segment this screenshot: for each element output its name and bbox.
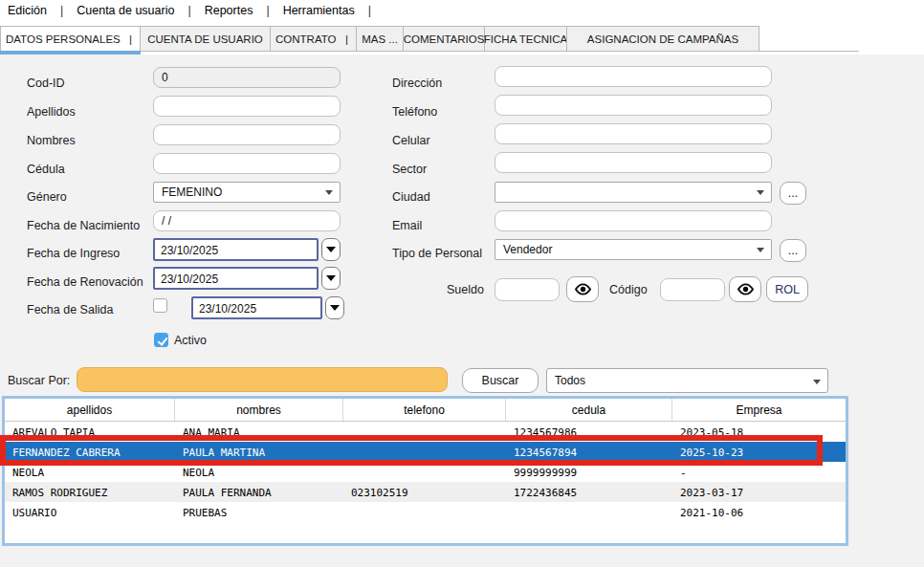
tab-mas[interactable]: MAS ...	[356, 26, 404, 52]
cell-telefono: 023102519	[343, 482, 506, 502]
tab-pipe: |	[129, 33, 132, 45]
tab-label: MAS ...	[362, 33, 398, 45]
cell-nombres: NEOLA	[175, 462, 343, 482]
fecha-salida-dropdown-button[interactable]	[325, 296, 344, 319]
fecha-nacimiento-label: Fecha de Nacimiento	[27, 219, 140, 232]
codigo-label: Código	[609, 283, 648, 296]
menu-divider: |	[266, 4, 269, 17]
cell-apellidos: USUARIO	[5, 502, 175, 522]
cell-apellidos: NEOLA	[5, 462, 175, 482]
tipo-de-personal-browse-button[interactable]: ...	[780, 239, 806, 262]
chevron-down-icon	[813, 380, 821, 384]
menu-cuenta-de-usuario[interactable]: Cuenta de usuario	[77, 4, 174, 17]
menu-divider: |	[187, 4, 190, 17]
table-row[interactable]: NEOLA NEOLA 9999999999 -	[5, 462, 846, 482]
table-row[interactable]: RAMOS RODRIGUEZ PAULA FERNANDA 023102519…	[5, 482, 846, 502]
menu-reportes[interactable]: Reportes	[205, 4, 253, 17]
genero-label: Género	[27, 190, 67, 204]
sueldo-field[interactable]	[495, 278, 560, 301]
menu-edicion[interactable]: Edición	[8, 4, 47, 17]
cell-empresa: 2025-10-23	[672, 442, 846, 462]
apellidos-field[interactable]	[153, 96, 341, 117]
direccion-label: Dirección	[392, 76, 442, 90]
search-input[interactable]	[77, 367, 448, 392]
nombres-label: Nombres	[27, 134, 76, 147]
cedula-label: Cédula	[27, 163, 65, 176]
tab-comentarios[interactable]: COMENTARIOS	[403, 26, 485, 52]
fecha-renovacion-field[interactable]: 23/10/2025	[153, 267, 319, 290]
cell-cedula: 1722436845	[506, 482, 672, 502]
direccion-field[interactable]	[495, 66, 772, 87]
ciudad-dropdown[interactable]	[495, 182, 772, 203]
ciudad-browse-button[interactable]: ...	[780, 182, 806, 205]
activo-checkbox[interactable]	[154, 333, 168, 347]
ciudad-label: Ciudad	[392, 190, 430, 204]
column-header-apellidos[interactable]: apellidos	[5, 399, 175, 421]
cell-apellidos: AREVALO TAPIA	[5, 422, 175, 442]
email-field[interactable]	[495, 210, 772, 231]
tab-cuenta-de-usuario[interactable]: CUENTA DE USUARIO	[140, 26, 271, 52]
fecha-ingreso-field[interactable]: 23/10/2025	[153, 238, 319, 261]
tab-contrato[interactable]: CONTRATO |	[270, 26, 357, 52]
fecha-salida-field[interactable]: 23/10/2025	[191, 296, 322, 319]
tipo-de-personal-value: Vendedor	[503, 243, 552, 256]
menu-herramientas[interactable]: Herramientas	[283, 4, 355, 17]
celular-label: Celular	[392, 134, 430, 147]
cell-empresa: 2021-10-06	[672, 502, 846, 522]
cod-id-label: Cod-ID	[27, 76, 65, 90]
table-row[interactable]: AREVALO TAPIA ANA MARIA 1234567986 2023-…	[5, 422, 846, 442]
sector-label: Sector	[392, 163, 427, 176]
cod-id-field: 0	[153, 67, 341, 88]
sueldo-show-button[interactable]	[566, 276, 599, 302]
tab-label: CUENTA DE USUARIO	[147, 33, 263, 45]
column-header-telefono[interactable]: telefono	[343, 399, 506, 421]
tab-pipe: |	[345, 33, 348, 45]
apellidos-label: Apellidos	[27, 105, 76, 119]
tab-datos-personales[interactable]: DATOS PERSONALES |	[0, 26, 141, 52]
eye-icon	[574, 282, 592, 296]
rol-button[interactable]: ROL	[766, 276, 808, 302]
cell-cedula	[506, 502, 672, 522]
telefono-field[interactable]	[495, 95, 772, 116]
celular-field[interactable]	[495, 123, 772, 144]
column-header-cedula[interactable]: cedula	[506, 399, 672, 421]
codigo-field[interactable]	[660, 278, 725, 301]
tab-label: COMENTARIOS	[404, 33, 485, 45]
menu-bar: Edición | Cuenta de usuario | Reportes |…	[8, 4, 371, 17]
app-window: Edición | Cuenta de usuario | Reportes |…	[0, 0, 924, 567]
menu-divider: |	[60, 4, 63, 17]
cell-telefono	[343, 462, 506, 482]
cedula-field[interactable]	[153, 153, 341, 174]
search-filter-dropdown[interactable]: Todos	[546, 368, 828, 393]
cell-cedula: 1234567894	[506, 442, 672, 462]
table-row-selected[interactable]: FERNANDEZ CABRERA PAULA MARTINA 12345678…	[5, 442, 846, 462]
tipo-de-personal-dropdown[interactable]: Vendedor	[495, 239, 772, 260]
tab-asignacion-de-campanas[interactable]: ASIGNACION DE CAMPAÑAS	[566, 26, 759, 52]
codigo-show-button[interactable]	[729, 276, 761, 302]
search-filter-value: Todos	[555, 374, 585, 387]
chevron-down-icon	[325, 190, 333, 195]
sueldo-label: Sueldo	[447, 283, 484, 296]
buscar-button[interactable]: Buscar	[462, 368, 539, 393]
fecha-nacimiento-field[interactable]: / /	[153, 210, 341, 231]
tab-strip-filler	[759, 26, 859, 52]
fecha-renovacion-dropdown-button[interactable]	[321, 267, 341, 290]
fecha-salida-checkbox[interactable]	[153, 298, 167, 313]
sector-field[interactable]	[495, 152, 772, 173]
table-row[interactable]: USUARIO PRUEBAS 2021-10-06	[5, 502, 846, 522]
chevron-down-icon	[757, 248, 764, 252]
cell-telefono	[343, 502, 506, 522]
chevron-down-icon	[757, 190, 764, 195]
fecha-ingreso-label: Fecha de Ingreso	[27, 247, 120, 260]
genero-dropdown[interactable]: FEMENINO	[153, 182, 341, 203]
cell-apellidos: FERNANDEZ CABRERA	[5, 442, 175, 462]
column-header-empresa[interactable]: Empresa	[672, 399, 846, 421]
column-header-nombres[interactable]: nombres	[175, 399, 343, 421]
eye-icon	[737, 282, 755, 296]
fecha-ingreso-dropdown-button[interactable]	[321, 238, 341, 261]
buscar-por-label: Buscar Por:	[8, 374, 70, 387]
table-header-row: apellidos nombres telefono cedula Empres…	[5, 399, 846, 422]
nombres-field[interactable]	[153, 124, 341, 145]
tab-ficha-tecnica[interactable]: FICHA TECNICA	[484, 26, 567, 52]
cell-empresa: 2023-03-17	[672, 482, 846, 502]
